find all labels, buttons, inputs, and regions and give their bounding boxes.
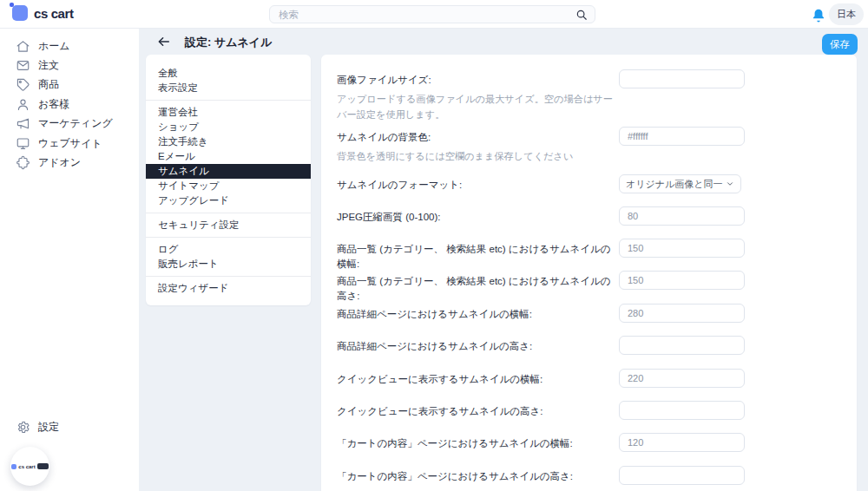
field-input[interactable] <box>619 69 745 88</box>
settings-menu-group: 全般表示設定 <box>146 60 311 100</box>
home-icon <box>16 39 30 54</box>
form-row: 画像ファイルサイズ:アップロードする画像ファイルの最大サイズ。空の場合はサーバー… <box>337 69 840 123</box>
badge-version-pill <box>37 463 49 469</box>
form-row: 「カートの内容」ページにおけるサムネイルの横幅: <box>337 433 840 451</box>
settings-menu-item[interactable]: 全般 <box>146 66 311 81</box>
sidebar-item-label: お客様 <box>38 97 69 112</box>
page-header: 設定: サムネイル 保存 <box>139 29 868 55</box>
main-nav: ホーム注文商品お客様マーケティングウェブサイトアドオン <box>0 36 139 173</box>
field-input[interactable] <box>619 239 745 258</box>
sidebar-item-label: 設定 <box>38 420 59 435</box>
settings-menu-item[interactable]: サイトマップ <box>146 179 311 193</box>
field-label: 画像ファイルサイズ: <box>337 69 619 88</box>
field-label: 商品詳細ページにおけるサムネイルの高さ: <box>337 336 619 354</box>
settings-menu-item[interactable]: 設定ウィザード <box>146 281 311 296</box>
field-input[interactable] <box>619 127 745 146</box>
field-input[interactable] <box>619 304 745 323</box>
field-input[interactable] <box>619 271 745 290</box>
settings-menu-group: セキュリティ設定 <box>146 213 311 237</box>
settings-menu-item[interactable]: 販売レポート <box>146 257 311 272</box>
sidebar-item[interactable]: アドオン <box>0 153 139 172</box>
settings-menu: 全般表示設定運営会社ショップ注文手続きEメールサムネイルサイトマップアップグレー… <box>146 55 311 305</box>
field-label: サムネイルの背景色: <box>337 127 619 145</box>
field-label: 商品一覧 (カテゴリー、 検索結果 etc) におけるサムネイルの横幅: <box>337 239 619 272</box>
customers-icon <box>16 97 30 112</box>
field-hint: アップロードする画像ファイルの最大サイズ。空の場合はサーバー設定を使用します。 <box>337 92 613 123</box>
sidebar-item-label: ホーム <box>38 39 70 54</box>
save-button[interactable]: 保存 <box>822 34 858 55</box>
field-label: クイックビューに表示するサムネイルの横幅: <box>337 369 619 387</box>
global-search <box>269 5 595 23</box>
sidebar-item-label: ウェブサイト <box>38 136 102 151</box>
cs-cart-version-badge[interactable]: cs cart <box>10 447 49 486</box>
field-input[interactable] <box>619 336 745 355</box>
website-icon <box>16 136 30 151</box>
sidebar-item[interactable]: お客様 <box>0 95 139 114</box>
sidebar-item[interactable]: マーケティング <box>0 115 139 134</box>
sidebar-item-label: 注文 <box>38 58 59 73</box>
sidebar-bottom: 設定 <box>0 417 139 436</box>
field-input[interactable] <box>619 466 745 485</box>
field-input[interactable] <box>619 433 745 452</box>
back-arrow-icon[interactable] <box>157 35 171 49</box>
sidebar-item[interactable]: 商品 <box>0 75 139 95</box>
form-row: JPEG圧縮画質 (0-100): <box>337 206 840 225</box>
page-title: 設定: サムネイル <box>185 35 272 50</box>
field-input[interactable] <box>619 369 745 388</box>
settings-menu-item[interactable]: 注文手続き <box>146 134 311 149</box>
sidebar-item[interactable]: ウェブサイト <box>0 134 139 153</box>
field-label: 商品一覧 (カテゴリー、 検索結果 etc) におけるサムネイルの高さ: <box>337 271 619 304</box>
field-hint: 背景色を透明にするには空欄のまま保存してください <box>337 149 613 165</box>
settings-menu-item[interactable]: 運営会社 <box>146 105 311 120</box>
settings-menu-group: 設定ウィザード <box>146 276 311 300</box>
settings-menu-item[interactable]: アップグレード <box>146 193 311 208</box>
form-row: サムネイルの背景色:背景色を透明にするには空欄のまま保存してください <box>337 127 840 165</box>
search-icon <box>575 9 588 21</box>
cs-cart-logo-text: cs cart <box>34 6 74 21</box>
products-icon <box>16 77 30 92</box>
sidebar-item-label: マーケティング <box>38 116 113 131</box>
content-area: 設定: サムネイル 保存 全般表示設定運営会社ショップ注文手続きEメールサムネイ… <box>139 29 868 491</box>
form-row: 商品一覧 (カテゴリー、 検索結果 etc) におけるサムネイルの横幅: <box>337 239 840 272</box>
chevron-down-icon <box>726 180 734 188</box>
sidebar-item[interactable]: 注文 <box>0 56 139 75</box>
field-label: クイックビューに表示するサムネイルの高さ: <box>337 401 619 419</box>
settings-menu-group: 運営会社ショップ注文手続きEメールサムネイルサイトマップアップグレード <box>146 100 311 213</box>
gear-icon <box>16 420 30 435</box>
field-input[interactable] <box>619 206 745 226</box>
settings-menu-item[interactable]: セキュリティ設定 <box>146 218 311 232</box>
sidebar-item-settings[interactable]: 設定 <box>0 417 139 436</box>
cs-cart-logo: cs cart <box>12 5 74 21</box>
form-row: クイックビューに表示するサムネイルの横幅: <box>337 369 840 387</box>
settings-menu-item[interactable]: 表示設定 <box>146 81 311 95</box>
notifications-bell-icon[interactable] <box>810 6 827 23</box>
field-label: 「カートの内容」ページにおけるサムネイルの横幅: <box>337 433 619 451</box>
thumbnail-settings-form: 画像ファイルサイズ:アップロードする画像ファイルの最大サイズ。空の場合はサーバー… <box>321 55 857 491</box>
settings-menu-item-selected[interactable]: サムネイル <box>146 164 311 179</box>
form-row: クイックビューに表示するサムネイルの高さ: <box>337 401 840 419</box>
form-row: サムネイルのフォーマット: オリジナル画像と同一 <box>337 174 840 193</box>
main-sidebar: ホーム注文商品お客様マーケティングウェブサイトアドオン 設定 cs cart <box>0 29 139 491</box>
addons-icon <box>16 155 30 170</box>
thumbnail-format-select[interactable]: オリジナル画像と同一 <box>619 174 741 193</box>
field-label: JPEG圧縮画質 (0-100): <box>337 206 619 225</box>
selected-option: オリジナル画像と同一 <box>626 178 726 191</box>
field-label: 「カートの内容」ページにおけるサムネイルの高さ: <box>337 466 619 484</box>
badge-logo-icon <box>11 464 16 469</box>
orders-icon <box>16 58 30 73</box>
badge-logo-text: cs cart <box>18 464 35 469</box>
search-input[interactable] <box>270 10 575 20</box>
field-input[interactable] <box>619 401 745 420</box>
form-row: 「カートの内容」ページにおけるサムネイルの高さ: <box>337 466 840 484</box>
settings-menu-item[interactable]: ショップ <box>146 120 311 134</box>
field-label: 商品詳細ページにおけるサムネイルの横幅: <box>337 304 619 322</box>
sidebar-item[interactable]: ホーム <box>0 36 139 56</box>
sidebar-item-label: アドオン <box>38 155 81 170</box>
sidebar-item-label: 商品 <box>38 77 59 92</box>
settings-menu-group: ログ販売レポート <box>146 237 311 276</box>
field-label: サムネイルのフォーマット: <box>337 174 619 193</box>
language-selector[interactable]: 日本 <box>829 3 864 25</box>
top-bar: cs cart 日本 <box>0 0 868 29</box>
settings-menu-item[interactable]: Eメール <box>146 149 311 164</box>
settings-menu-item[interactable]: ログ <box>146 242 311 257</box>
